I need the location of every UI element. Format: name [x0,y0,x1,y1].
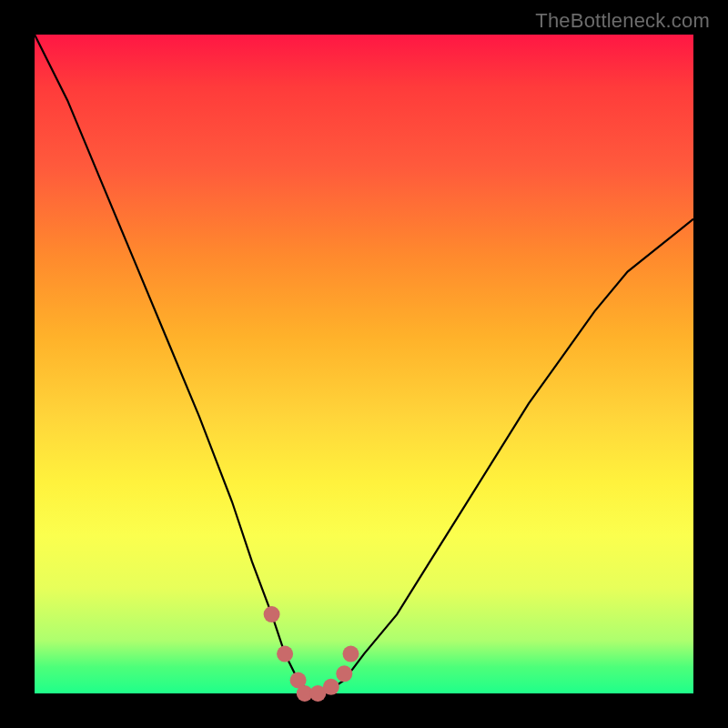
marker-group [264,606,359,702]
bottleneck-curve-line [35,35,693,693]
marker-dot [336,665,352,682]
watermark-text: TheBottleneck.com [535,9,710,33]
marker-dot [343,646,359,662]
marker-dot [277,646,293,662]
plot-area [35,35,693,693]
marker-dot [264,606,280,622]
marker-dot [323,679,339,695]
chart-frame: TheBottleneck.com [0,0,728,728]
bottleneck-chart-svg [35,35,693,693]
